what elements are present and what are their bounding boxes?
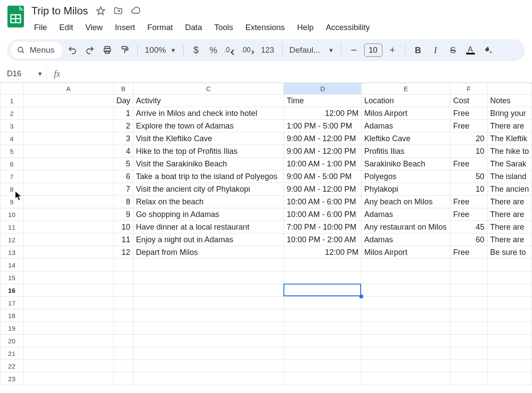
cell-E10[interactable]: Adamas [361, 208, 450, 221]
cell-B19[interactable] [113, 322, 133, 335]
menu-file[interactable]: File [31, 21, 52, 34]
cell-B21[interactable] [113, 347, 133, 360]
cell-G17[interactable] [487, 297, 532, 309]
menus-search[interactable]: Menus [10, 42, 62, 58]
cell-E12[interactable]: Adamas [361, 234, 450, 246]
row-header-23[interactable]: 23 [0, 373, 24, 385]
row-header-17[interactable]: 17 [0, 297, 24, 309]
bold-button[interactable]: B [411, 43, 426, 58]
decrease-font-size-button[interactable]: − [347, 43, 361, 58]
row-header-9[interactable]: 9 [0, 196, 24, 208]
cell-C12[interactable]: Enjoy a night out in Adamas [133, 234, 284, 246]
cell-G6[interactable]: The Sarak [487, 158, 532, 170]
cell-G23[interactable] [487, 373, 532, 385]
column-header-C[interactable]: C [133, 83, 284, 95]
cell-C1[interactable]: Activity [133, 95, 284, 107]
cell-A21[interactable] [23, 347, 113, 360]
cell-G9[interactable]: There are [487, 196, 532, 208]
row-header-20[interactable]: 20 [0, 335, 24, 347]
cell-selection-handle[interactable] [359, 295, 363, 298]
cell-E22[interactable] [361, 360, 450, 373]
cell-C16[interactable] [133, 284, 284, 297]
cell-B22[interactable] [113, 360, 133, 373]
cell-G13[interactable]: Be sure to [487, 246, 532, 259]
fill-color-button[interactable] [481, 43, 495, 58]
cell-C14[interactable] [133, 259, 284, 271]
cell-A9[interactable] [23, 196, 113, 208]
cell-E1[interactable]: Location [361, 95, 450, 107]
cell-C10[interactable]: Go shopping in Adamas [133, 208, 284, 221]
menu-accessibility[interactable]: Accessibility [321, 21, 375, 34]
cell-G16[interactable] [487, 284, 532, 297]
italic-button[interactable]: I [428, 43, 443, 58]
cell-D8[interactable]: 9:00 AM - 12:00 PM [284, 183, 361, 196]
cell-E18[interactable] [361, 309, 450, 322]
cell-D18[interactable] [284, 309, 361, 322]
cell-A11[interactable] [23, 221, 113, 234]
cell-F9[interactable]: Free [450, 196, 488, 208]
row-header-13[interactable]: 13 [0, 246, 24, 259]
row-header-15[interactable]: 15 [0, 271, 24, 284]
currency-button[interactable]: $ [189, 43, 204, 58]
text-color-button[interactable]: A [463, 43, 478, 58]
row-header-6[interactable]: 6 [0, 158, 24, 170]
cell-B10[interactable]: 9 [113, 208, 133, 221]
cell-E14[interactable] [361, 259, 450, 271]
cell-G8[interactable]: The ancien [487, 183, 532, 196]
cell-C4[interactable]: Visit the Kleftiko Cave [133, 132, 284, 145]
cell-F8[interactable]: 10 [450, 183, 488, 196]
undo-button[interactable] [65, 43, 80, 58]
cell-D13[interactable]: 12:00 PM [284, 246, 361, 259]
cell-F19[interactable] [450, 322, 488, 335]
row-header-18[interactable]: 18 [0, 309, 24, 322]
column-header-F[interactable]: F [450, 83, 488, 95]
cell-C2[interactable]: Arrive in Milos and check into hotel [133, 107, 284, 120]
column-header-B[interactable]: B [113, 83, 133, 95]
row-header-4[interactable]: 4 [0, 132, 24, 145]
cell-A20[interactable] [23, 335, 113, 347]
row-header-7[interactable]: 7 [0, 170, 24, 183]
increase-font-size-button[interactable]: + [385, 43, 400, 58]
cell-F20[interactable] [450, 335, 488, 347]
cell-G18[interactable] [487, 309, 532, 322]
cell-E11[interactable]: Any restaurant on Milos [361, 221, 450, 234]
row-header-10[interactable]: 10 [0, 208, 24, 221]
cell-E19[interactable] [361, 322, 450, 335]
menu-insert[interactable]: Insert [109, 21, 140, 34]
cell-C23[interactable] [133, 373, 284, 385]
cell-G1[interactable]: Notes [487, 95, 532, 107]
cell-C19[interactable] [133, 322, 284, 335]
menu-format[interactable]: Format [142, 21, 178, 34]
cell-D6[interactable]: 10:00 AM - 1:00 PM [284, 158, 361, 170]
cell-G20[interactable] [487, 335, 532, 347]
cell-F7[interactable]: 50 [450, 170, 488, 183]
cell-A3[interactable] [23, 120, 113, 132]
cell-E23[interactable] [361, 373, 450, 385]
cell-F3[interactable]: Free [450, 120, 488, 132]
cell-G7[interactable]: The island [487, 170, 532, 183]
menu-tools[interactable]: Tools [209, 21, 238, 34]
cell-B12[interactable]: 11 [113, 234, 133, 246]
cell-C6[interactable]: Visit the Sarakiniko Beach [133, 158, 284, 170]
cell-G15[interactable] [487, 271, 532, 284]
cell-A8[interactable] [23, 183, 113, 196]
cell-C7[interactable]: Take a boat trip to the island of Polyeg… [133, 170, 284, 183]
cell-D10[interactable]: 10:00 AM - 6:00 PM [284, 208, 361, 221]
cloud-status-icon[interactable] [131, 6, 140, 16]
cell-A2[interactable] [23, 107, 113, 120]
cell-B23[interactable] [113, 373, 133, 385]
cell-F4[interactable]: 20 [450, 132, 488, 145]
cell-A19[interactable] [23, 322, 113, 335]
row-header-22[interactable]: 22 [0, 360, 24, 373]
cell-D17[interactable] [284, 297, 361, 309]
cell-D9[interactable]: 10:00 AM - 6:00 PM [284, 196, 361, 208]
cell-G22[interactable] [487, 360, 532, 373]
cell-B9[interactable]: 8 [113, 196, 133, 208]
cell-C11[interactable]: Have dinner at a local restaurant [133, 221, 284, 234]
row-header-21[interactable]: 21 [0, 347, 24, 360]
cell-D2[interactable]: 12:00 PM [284, 107, 361, 120]
cell-G12[interactable]: There are [487, 234, 532, 246]
cell-F17[interactable] [450, 297, 488, 309]
cell-F1[interactable]: Cost [450, 95, 488, 107]
cell-E15[interactable] [361, 271, 450, 284]
